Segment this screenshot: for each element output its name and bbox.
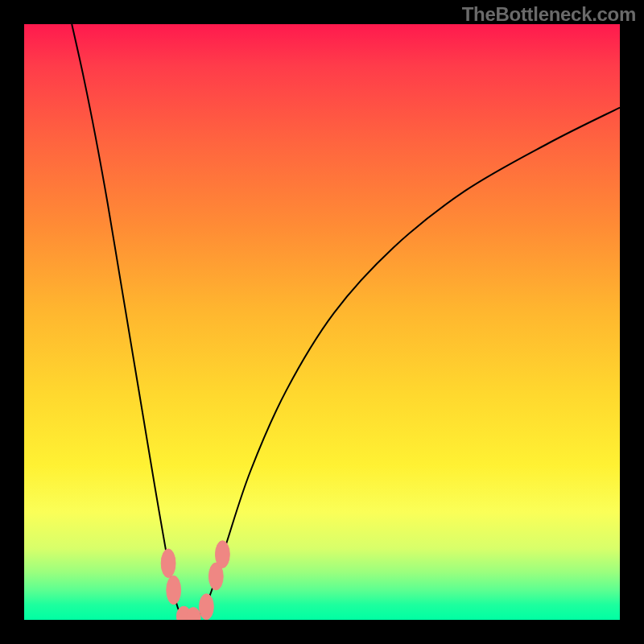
marker-left-upper	[161, 549, 175, 578]
curve-layer	[24, 24, 620, 620]
marker-group	[161, 541, 229, 620]
watermark-text: TheBottleneck.com	[462, 3, 636, 26]
chart-frame: TheBottleneck.com	[0, 0, 644, 644]
plot-area	[24, 24, 620, 620]
marker-left-lower	[167, 576, 181, 605]
marker-bottom-right	[200, 594, 214, 620]
marker-right-upper	[216, 541, 230, 568]
bottleneck-curve	[72, 24, 620, 619]
